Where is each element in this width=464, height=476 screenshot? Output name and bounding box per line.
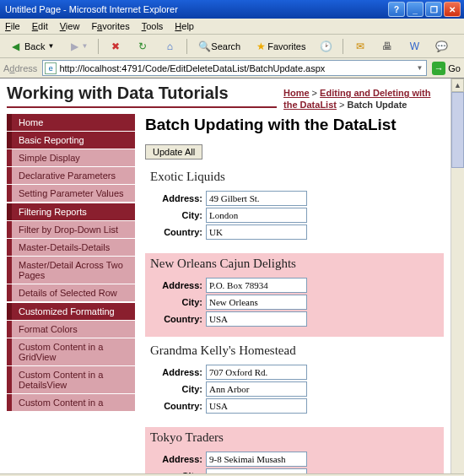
city-input[interactable] [206,208,307,223]
sidebar-item-details-selected-row[interactable]: Details of Selected Row [7,284,135,301]
toolbar: ◀ Back ▼ ▶ ▼ ✖ ↻ ⌂ 🔍 Search ★ Favorites … [0,35,464,58]
stop-button[interactable]: ✖ [104,37,127,56]
chevron-down-icon[interactable]: ▼ [414,64,424,72]
record-item: Grandma Kelly's HomesteadAddress:City:Co… [145,340,444,424]
record-name: Grandma Kelly's Homestead [150,343,439,358]
window-title: Untitled Page - Microsoft Internet Explo… [3,4,386,14]
scroll-up-arrow[interactable]: ▲ [451,78,464,92]
sidebar-head-basic-reporting[interactable]: Basic Reporting [7,132,135,149]
sidebar-item-declarative-parameters[interactable]: Declarative Parameters [7,167,135,184]
sidebar-head-filtering-reports[interactable]: Filtering Reports [7,203,135,220]
sidebar-item-filter-dropdown[interactable]: Filter by Drop-Down List [7,221,135,238]
sidebar-item-master-details-details[interactable]: Master-Details-Details [7,239,135,256]
home-icon: ⌂ [163,40,176,53]
record-name: New Orleans Cajun Delights [150,257,439,271]
stop-icon: ✖ [109,40,122,53]
print-button[interactable]: 🖶 [375,37,399,56]
sidebar-item-master-detail-two-pages[interactable]: Master/Detail Across Two Pages [7,257,135,284]
menu-tools[interactable]: Tools [142,21,164,31]
crumb-current: Batch Update [348,100,407,110]
maximize-button[interactable]: ❐ [425,2,442,17]
scrollbar[interactable]: ▲ [451,78,464,473]
city-input[interactable] [206,295,307,310]
city-label: City: [150,210,202,220]
sidebar-item-home[interactable]: Home [7,114,135,131]
record-name: Exotic Liquids [150,170,439,184]
sidebar: Home Basic Reporting Simple Display Decl… [7,114,140,473]
separator [98,39,99,54]
home-button[interactable]: ⌂ [158,37,181,56]
address-label: Address: [150,367,202,377]
sidebar-item-simple-display[interactable]: Simple Display [7,149,135,166]
record-item: Exotic LiquidsAddress:City:Country: [145,166,444,250]
menu-file[interactable]: File [5,21,20,31]
address-label: Address: [150,280,202,290]
menu-edit[interactable]: Edit [32,21,48,31]
favorites-label: Favorites [267,41,305,51]
address-input[interactable] [206,278,307,293]
breadcrumb: Home > Editing and Deleting with the Dat… [283,84,444,111]
city-input[interactable] [206,381,307,397]
address-input-wrap[interactable]: e ▼ [42,60,427,76]
sidebar-item-custom-gridview[interactable]: Custom Content in a GridView [7,338,135,365]
forward-icon: ▶ [67,40,81,53]
sidebar-item-setting-parameter-values[interactable]: Setting Parameter Values [7,185,135,202]
menu-help[interactable]: Help [175,21,194,31]
page-content: Working with Data Tutorials Home > Editi… [0,78,451,473]
window-titlebar: Untitled Page - Microsoft Internet Explo… [0,0,464,19]
address-input[interactable] [206,452,307,467]
favorites-button[interactable]: ★ Favorites [249,37,310,56]
mail-button[interactable]: ✉ [348,37,372,56]
refresh-button[interactable]: ↻ [131,37,154,56]
city-label: City: [150,297,202,307]
minimize-button[interactable]: _ [407,2,424,17]
page-icon: e [45,62,57,74]
crumb-home[interactable]: Home [283,88,310,98]
city-label: City: [150,471,202,473]
sidebar-item-format-colors[interactable]: Format Colors [7,321,135,338]
country-input[interactable] [206,311,307,327]
menu-favorites[interactable]: Favorites [91,21,129,31]
back-label: Back [24,41,45,51]
viewport: ▲ Working with Data Tutorials Home > Edi… [0,78,464,473]
address-label: Address: [150,193,202,203]
menu-view[interactable]: View [60,21,80,31]
page-title: Batch Updating with the DataList [145,116,444,134]
main-content: Batch Updating with the DataList Update … [140,114,444,473]
city-input[interactable] [206,468,307,473]
scroll-thumb[interactable] [451,92,464,168]
go-button[interactable]: → Go [432,62,461,75]
record-name: Tokyo Traders [150,430,439,445]
country-input[interactable] [206,398,307,414]
separator [343,39,343,54]
country-label: Country: [150,314,202,324]
record-item: New Orleans Cajun DelightsAddress:City:C… [145,253,444,337]
back-button[interactable]: ◀ Back ▼ [3,37,59,56]
help-button[interactable]: ? [388,2,405,17]
sidebar-head-customized-formatting[interactable]: Customized Formatting [7,303,135,320]
mail-icon: ✉ [353,40,367,53]
record-item: Tokyo TradersAddress:City:Country: [145,427,444,473]
search-icon: 🔍 [197,40,211,53]
close-button[interactable]: ✕ [444,2,461,17]
discuss-icon: 💬 [434,40,448,53]
address-input[interactable] [206,365,307,380]
edit-button[interactable]: W [402,37,426,56]
menu-bar: File Edit View Favorites Tools Help [0,19,464,35]
update-all-button[interactable]: Update All [145,144,202,160]
history-icon: 🕑 [319,40,332,53]
print-icon: 🖶 [380,40,394,53]
discuss-button[interactable]: 💬 [429,37,453,56]
address-input[interactable] [206,191,307,206]
address-input[interactable] [59,63,414,73]
country-input[interactable] [206,224,307,240]
chevron-down-icon: ▼ [47,42,54,50]
city-label: City: [150,384,202,394]
search-button[interactable]: 🔍 Search [192,37,245,56]
forward-button[interactable]: ▶ ▼ [62,37,93,56]
sidebar-item-custom-partial[interactable]: Custom Content in a [7,394,135,411]
sidebar-item-custom-detailsview[interactable]: Custom Content in a DetailsView [7,366,135,393]
history-button[interactable]: 🕑 [314,37,337,56]
address-label: Address [3,63,37,73]
star-icon: ★ [254,40,267,53]
